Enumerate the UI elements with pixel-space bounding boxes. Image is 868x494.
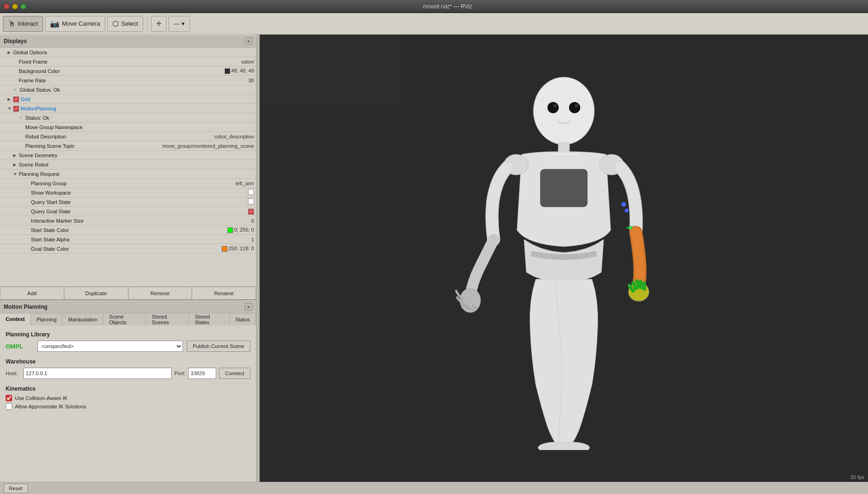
window-title: moveit.rviz* — RViz xyxy=(31,3,864,10)
display-name: Robot Description xyxy=(25,134,213,139)
query-goal-checkbox[interactable]: ✓ xyxy=(248,209,254,215)
tab-scene-objects[interactable]: Scene Objects xyxy=(103,313,146,326)
display-status-ok: ✓ Status: Ok xyxy=(0,113,256,123)
tab-manipulation[interactable]: Manipulation xyxy=(63,313,103,326)
expand-icon[interactable]: ▶ xyxy=(7,50,13,55)
svg-point-38 xyxy=(621,202,626,207)
display-value: 0; 255; 0 xyxy=(226,227,254,233)
interact-button[interactable]: 🖱 Interact xyxy=(3,16,43,32)
display-planning-request: ▼ Planning Request xyxy=(0,169,256,179)
display-motion-planning: ▼ ✓ MotionPlanning xyxy=(0,104,256,113)
close-button[interactable] xyxy=(4,4,9,9)
window-controls xyxy=(4,4,26,9)
display-move-group-ns: Move Group Namespace xyxy=(0,123,256,132)
reset-button[interactable]: Reset xyxy=(4,484,28,493)
ompl-row: OMPL <unspecified> Publish Current Scene xyxy=(6,341,250,352)
host-input[interactable] xyxy=(23,368,172,379)
display-name: Status: Ok xyxy=(25,115,254,121)
svg-point-39 xyxy=(625,209,628,212)
motion-planning-close-button[interactable]: ✕ xyxy=(245,303,252,311)
motion-planning-section: Motion Planning ✕ Context Planning Manip… xyxy=(0,299,256,482)
crosshair-button[interactable]: ✛ xyxy=(151,16,167,32)
mp-checkbox[interactable]: ✓ xyxy=(13,106,19,112)
display-start-state-alpha: Start State Alpha 1 xyxy=(0,235,256,244)
color-swatch[interactable] xyxy=(225,68,230,74)
display-value: left_arm xyxy=(233,181,254,186)
remove-button[interactable]: Remove xyxy=(128,287,192,300)
display-name: Show Workspace xyxy=(31,190,246,196)
query-start-checkbox[interactable] xyxy=(248,198,254,204)
displays-list[interactable]: ▶ Global Options Fixed Frame odom Backgr… xyxy=(0,48,256,286)
duplicate-button[interactable]: Duplicate xyxy=(64,287,128,300)
display-fixed-frame: Fixed Frame odom xyxy=(0,57,256,66)
collision-aware-ik-checkbox[interactable] xyxy=(6,395,12,401)
expand-icon[interactable]: ▶ xyxy=(7,97,13,102)
tab-status[interactable]: Status xyxy=(230,313,256,326)
display-start-state-color: Start State Color 0; 255; 0 xyxy=(0,225,256,235)
connect-button[interactable]: Connect xyxy=(219,368,250,379)
display-name-grid: Grid xyxy=(21,96,254,102)
port-input[interactable] xyxy=(188,368,216,379)
warehouse-section: Warehouse Host: Port: Connect xyxy=(6,358,250,379)
title-bar: moveit.rviz* — RViz xyxy=(0,0,868,13)
extra-button[interactable]: — ▾ xyxy=(168,16,190,32)
display-name: Background Color xyxy=(19,68,223,74)
expand-icon[interactable]: ▼ xyxy=(13,172,19,176)
toolbar-sep-1 xyxy=(147,17,147,31)
display-name: Start State Color xyxy=(31,227,226,233)
display-scene-geometry: ▶ Scene Geometry xyxy=(0,151,256,160)
select-icon: ⬡ xyxy=(112,19,119,28)
rename-button[interactable]: Rename xyxy=(192,287,256,300)
display-query-goal-state: Query Goal State ✓ xyxy=(0,207,256,216)
robot-display xyxy=(260,35,868,482)
display-frame-rate: Frame Rate 30 xyxy=(0,76,256,85)
3d-viewport[interactable]: 30 fps xyxy=(260,35,868,482)
display-name: Scene Geometry xyxy=(19,153,254,158)
crosshair-icon: ✛ xyxy=(156,20,161,27)
display-name: Global Status: Ok xyxy=(20,87,254,93)
start-color-swatch[interactable] xyxy=(227,227,233,233)
publish-current-scene-button[interactable]: Publish Current Scene xyxy=(187,341,250,352)
minimize-button[interactable] xyxy=(12,4,18,9)
display-global-options: ▶ Global Options xyxy=(0,48,256,57)
host-label: Host: xyxy=(6,370,21,376)
displays-header: Displays ✕ xyxy=(0,35,256,48)
expand-icon[interactable]: ▶ xyxy=(13,153,19,158)
displays-title: Displays xyxy=(4,38,245,44)
expand-icon[interactable]: ▶ xyxy=(13,162,19,167)
goal-color-swatch[interactable] xyxy=(222,246,227,252)
expand-icon[interactable]: ▼ xyxy=(7,106,13,111)
planner-select[interactable]: <unspecified> xyxy=(37,341,183,352)
tab-stored-scenes[interactable]: Stored Scenes xyxy=(146,313,189,326)
display-global-status: ✓ Global Status: Ok xyxy=(0,85,256,94)
panel-splitter[interactable] xyxy=(256,35,260,482)
tab-planning[interactable]: Planning xyxy=(31,313,63,326)
check-icon: ✓ xyxy=(19,115,25,121)
svg-rect-33 xyxy=(540,169,587,207)
display-name: Interactive Marker Size xyxy=(31,218,249,224)
display-value: odom xyxy=(239,59,254,65)
display-value: 0 xyxy=(249,218,254,224)
warehouse-row: Host: Port: Connect xyxy=(6,368,250,379)
svg-point-27 xyxy=(533,77,594,145)
port-label: Port: xyxy=(175,370,185,376)
tab-stored-states[interactable]: Stored States xyxy=(189,313,230,326)
status-bar: Reset xyxy=(0,482,868,494)
display-name: Planning Request xyxy=(19,171,254,177)
displays-close-button[interactable]: ✕ xyxy=(245,37,252,45)
display-name: Global Options xyxy=(13,50,254,55)
select-button[interactable]: ⬡ Select xyxy=(107,16,143,32)
maximize-button[interactable] xyxy=(21,4,26,9)
move-camera-button[interactable]: 📷 Move Camera xyxy=(45,16,105,32)
display-show-workspace: Show Workspace xyxy=(0,188,256,197)
display-goal-state-color: Goal State Color 250: 128: 0 xyxy=(0,244,256,254)
interact-icon: 🖱 xyxy=(8,20,15,28)
display-query-start-state: Query Start State xyxy=(0,197,256,207)
grid-checkbox[interactable]: ✓ xyxy=(13,96,19,102)
ompl-label: OMPL xyxy=(6,343,34,350)
add-button[interactable]: Add xyxy=(0,287,64,300)
tab-context[interactable]: Context xyxy=(0,313,31,326)
show-workspace-checkbox[interactable] xyxy=(248,189,254,195)
approximate-ik-label: Allow Approximate IK Solutions xyxy=(15,404,86,409)
approximate-ik-checkbox[interactable] xyxy=(6,403,12,410)
